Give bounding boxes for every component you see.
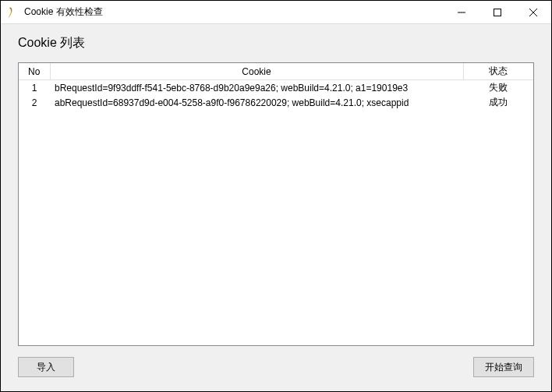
app-window: Cookie 有效性检查 Cookie 列表 No	[0, 0, 552, 392]
titlebar: Cookie 有效性检查	[1, 1, 551, 24]
button-row: 导入 开始查询	[18, 357, 534, 377]
window-title: Cookie 有效性检查	[24, 5, 444, 19]
import-button[interactable]: 导入	[18, 357, 74, 377]
svg-rect-1	[494, 9, 501, 16]
cell-cookie: abRequestId=68937d9d-e004-5258-a9f0-f967…	[50, 95, 463, 110]
col-header-no[interactable]: No	[19, 63, 50, 80]
cookie-table[interactable]: No Cookie 状态 1bRequestId=9f93ddff-f541-5…	[19, 63, 533, 110]
window-controls	[444, 1, 551, 23]
content-area: Cookie 列表 No Cookie 状态 1bRequestId=9f93d…	[1, 24, 551, 391]
table-row[interactable]: 1bRequestId=9f93ddff-f541-5ebc-8768-d9b2…	[19, 80, 533, 96]
page-title: Cookie 列表	[18, 35, 534, 51]
cookie-table-container: No Cookie 状态 1bRequestId=9f93ddff-f541-5…	[18, 62, 534, 346]
maximize-button[interactable]	[479, 1, 515, 23]
col-header-cookie[interactable]: Cookie	[50, 63, 463, 80]
cell-cookie: bRequestId=9f93ddff-f541-5ebc-8768-d9b20…	[50, 80, 463, 96]
cell-status: 失败	[463, 80, 533, 96]
col-header-status[interactable]: 状态	[463, 63, 533, 80]
cell-no: 1	[19, 80, 50, 96]
close-button[interactable]	[515, 1, 551, 23]
cell-status: 成功	[463, 95, 533, 110]
start-query-button[interactable]: 开始查询	[473, 357, 534, 377]
table-row[interactable]: 2abRequestId=68937d9d-e004-5258-a9f0-f96…	[19, 95, 533, 110]
cell-no: 2	[19, 95, 50, 110]
app-icon	[7, 6, 19, 19]
minimize-button[interactable]	[444, 1, 479, 23]
